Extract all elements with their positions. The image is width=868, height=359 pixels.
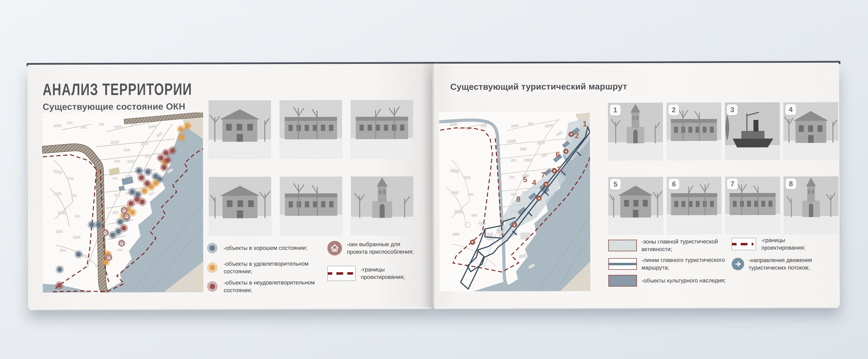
legend-label: -объекты культурного наследия; [642, 277, 726, 284]
photo-number-badge: 2 [668, 105, 679, 115]
legend-label: -направления движениятуристических поток… [749, 256, 812, 272]
legend-item-selected-okn: -окн выбранные дляпроекта приспособления… [328, 240, 433, 256]
legend-label: -окн выбранные дляпроекта приспособления… [347, 240, 414, 256]
legend-item-heritage-objects: -объекты культурного наследия; [608, 275, 728, 287]
page-subtitle: Существующие состояние ОКН [43, 101, 185, 112]
zone-swatch [608, 240, 637, 251]
okn-photo-2 [280, 100, 342, 159]
legend-item-project-boundary: -границыпроектирования; [328, 266, 433, 281]
legend-item-good-condition: -объекты в хорошем состоянии; [207, 243, 323, 253]
okn-photo-3 [351, 100, 413, 159]
legend-label: -объекты в хорошем состоянии; [224, 244, 307, 252]
flow-arrow-icon [732, 258, 744, 270]
route-photo-3: 3 [725, 102, 780, 160]
legend-item-project-boundary: -границыпроектирования; [732, 236, 839, 251]
okn-photo-1 [209, 100, 271, 159]
legend-item-activity-zones: -зоны главной туристическойактивности; [608, 238, 728, 253]
route-photo-7: 7 [725, 176, 780, 234]
map-stop-label: 8 [516, 195, 520, 203]
poor-condition-dot-icon [207, 281, 218, 292]
route-photo-2: 2 [666, 103, 721, 160]
map-stop-label: 2 [575, 131, 579, 140]
tourist-route-map: 1 2 6 3 7 5 4 8 [439, 111, 590, 292]
fair-condition-dot-icon [207, 263, 218, 273]
route-swatch [608, 258, 637, 270]
legend-label: -линии главного туристическогомаршрута; [642, 256, 725, 271]
legend-item-fair-condition: -объекты в удовлетворительномсостоянии; [207, 260, 323, 275]
okn-photo-4 [209, 177, 271, 236]
route-photo-6: 6 [666, 177, 722, 234]
legend-label: -границыпроектирования; [361, 266, 405, 281]
photo-number-badge: 8 [785, 178, 796, 189]
route-photo-1: 1 [608, 103, 663, 161]
route-photo-4: 4 [783, 102, 838, 160]
map-stop-label: 3 [557, 165, 561, 173]
brochure-spread: АНАЛИЗ ТЕРРИТОРИИ Существующие состояние… [27, 62, 840, 308]
legend-label: -зоны главной туристическойактивности; [642, 238, 718, 253]
page-title: АНАЛИЗ ТЕРРИТОРИИ [43, 80, 239, 99]
photo-number-badge: 5 [610, 179, 621, 190]
boundary-dashed-swatch [328, 266, 355, 281]
route-photo-5: 5 [608, 177, 663, 235]
page-title-text: АНАЛИЗ ТЕРРИТОРИИ [43, 80, 192, 99]
house-icon [328, 241, 342, 255]
boundary-dashed-swatch [732, 238, 756, 250]
legend-item-route-lines: -линии главного туристическогомаршрута; [608, 256, 728, 272]
photo-number-badge: 3 [727, 104, 738, 115]
heritage-swatch [608, 275, 637, 286]
page-territory-analysis: АНАЛИЗ ТЕРРИТОРИИ Существующие состояние… [27, 64, 433, 308]
legend-label: -границыпроектирования; [762, 237, 805, 252]
map-stop-label: 7 [541, 171, 545, 179]
map-stop-label: 6 [556, 150, 560, 159]
map-stop-label: 1 [583, 119, 587, 128]
legend-label: -объекты в удовлетворительномсостоянии; [224, 260, 309, 275]
good-condition-dot-icon [207, 243, 218, 253]
okn-photo-5 [280, 176, 342, 236]
legend-label: -объекты в неудовлетворительномсостоянии… [224, 279, 315, 294]
legend-item-tourist-flows: -направления движениятуристических поток… [732, 256, 839, 271]
scene-background: АНАЛИЗ ТЕРРИТОРИИ Существующие состояние… [0, 0, 868, 359]
route-photo-8: 8 [783, 176, 839, 234]
okn-condition-map [42, 112, 204, 293]
page-title: Существующий туристический маршрут [451, 81, 627, 92]
photo-number-badge: 7 [727, 178, 738, 190]
okn-photo-6 [351, 176, 413, 235]
map-stop-label: 4 [532, 178, 536, 187]
photo-number-badge: 4 [785, 104, 796, 115]
map-stop-label: 5 [523, 175, 527, 184]
photo-number-badge: 6 [669, 179, 679, 190]
legend-item-poor-condition: -объекты в неудовлетворительномсостоянии… [207, 279, 323, 294]
photo-number-badge: 1 [610, 105, 621, 115]
page-tourist-route: Существующий туристический маршрут [432, 62, 840, 307]
